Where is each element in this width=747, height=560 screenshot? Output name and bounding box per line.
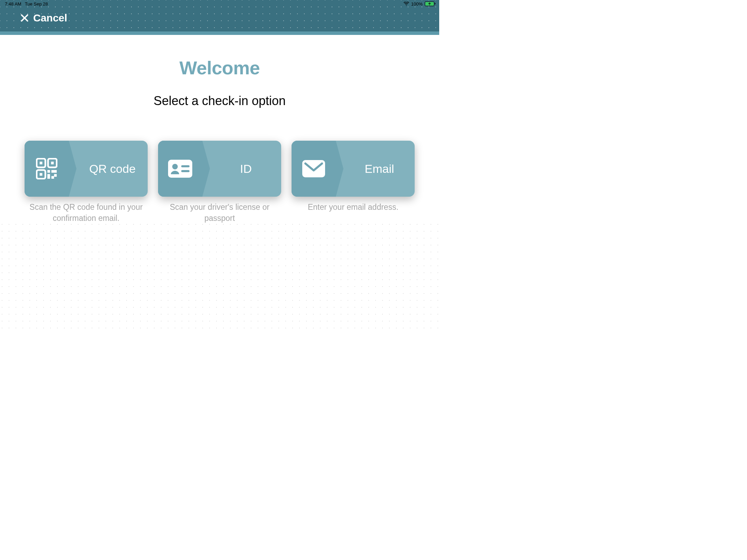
battery-percent: 100%	[411, 1, 423, 7]
page-subtitle: Select a check-in option	[0, 94, 439, 108]
background-dots	[0, 223, 439, 329]
main-content: Welcome Select a check-in option	[0, 35, 439, 329]
option-label-id: ID	[240, 162, 252, 176]
svg-rect-15	[181, 165, 190, 167]
qr-code-icon	[36, 158, 57, 179]
option-card-qr[interactable]: QR code	[25, 141, 148, 197]
header-accent	[0, 31, 439, 35]
id-card-icon	[168, 160, 192, 178]
option-card-id[interactable]: ID	[158, 141, 281, 197]
svg-rect-8	[47, 170, 50, 173]
page-title: Welcome	[0, 57, 439, 78]
option-column-email: Email Enter your email address.	[292, 141, 415, 224]
svg-rect-11	[54, 174, 57, 177]
svg-rect-3	[40, 162, 43, 165]
svg-rect-16	[181, 170, 190, 172]
option-column-id: ID Scan your driver's license or passpor…	[158, 141, 281, 224]
option-column-qr: QR code Scan the QR code found in your c…	[25, 141, 148, 224]
option-label-qr: QR code	[89, 162, 136, 176]
svg-point-14	[172, 164, 178, 169]
svg-rect-5	[51, 162, 54, 165]
option-label-email: Email	[365, 162, 394, 176]
svg-rect-9	[47, 174, 50, 179]
svg-rect-13	[168, 160, 192, 178]
cancel-button[interactable]: Cancel	[20, 12, 67, 24]
wifi-icon	[404, 2, 409, 6]
battery-icon: 𐌣	[425, 1, 434, 6]
option-desc-email: Enter your email address.	[294, 202, 412, 213]
option-desc-id: Scan your driver's license or passport	[161, 202, 278, 224]
svg-rect-12	[52, 176, 54, 179]
status-date: Tue Sep 28	[25, 1, 48, 7]
email-icon	[302, 160, 325, 177]
close-icon	[20, 13, 29, 22]
options-row: QR code Scan the QR code found in your c…	[0, 141, 439, 224]
svg-rect-7	[40, 173, 43, 176]
svg-rect-10	[52, 170, 57, 173]
option-desc-qr: Scan the QR code found in your confirmat…	[27, 202, 145, 224]
option-card-email[interactable]: Email	[292, 141, 415, 197]
cancel-label: Cancel	[33, 12, 67, 24]
status-time: 7:48 AM	[5, 1, 21, 7]
status-bar: 7:48 AM Tue Sep 28 100% 𐌣	[0, 0, 439, 6]
